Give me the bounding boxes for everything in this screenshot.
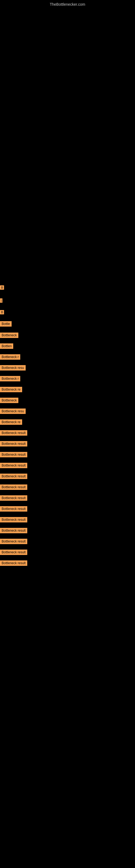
bottleneck-badge: Bottleneck re <box>0 420 22 425</box>
list-item: Bottleneck result <box>0 550 135 555</box>
list-item: Bottleneck r <box>0 354 135 360</box>
list-item: Bottleneck resu <box>0 365 135 371</box>
bottleneck-badge: Bottleneck result <box>0 495 27 501</box>
bottleneck-badge: Bottlen <box>0 343 13 349</box>
list-item: Bottleneck result <box>0 539 135 544</box>
bottleneck-badge: B <box>0 285 4 290</box>
bottleneck-badge: Bottleneck result <box>0 517 27 522</box>
list-item: Bottleneck result <box>0 463 135 468</box>
list-item: Bottleneck r <box>0 376 135 381</box>
list-item: Bottleneck result <box>0 474 135 479</box>
list-item: Bottleneck result <box>0 528 135 533</box>
bottleneck-badge: Bottleneck result <box>0 560 27 566</box>
list-item: Bottleneck re <box>0 387 135 392</box>
list-item: Bottle <box>0 321 135 327</box>
bottleneck-badge: Bottleneck result <box>0 550 27 555</box>
bottleneck-badge: Bottleneck result <box>0 474 27 479</box>
bottleneck-badge: Bottleneck resu <box>0 408 26 414</box>
bottleneck-badge: Bottleneck <box>0 398 18 403</box>
list-item: B <box>0 310 135 314</box>
list-item: Bottleneck <box>0 398 135 403</box>
list-item: Bottlen <box>0 343 135 349</box>
list-item: Bottleneck <box>0 333 135 338</box>
bottleneck-badge: Bottleneck result <box>0 463 27 468</box>
list-item: B <box>0 285 135 290</box>
bottleneck-badge: Bottleneck result <box>0 506 27 512</box>
list-item: | <box>0 298 135 303</box>
list-item: Bottleneck re <box>0 420 135 425</box>
site-title: TheBottlenecker.com <box>50 2 85 6</box>
bottleneck-badge: Bottleneck resu <box>0 365 26 371</box>
bottleneck-badge: Bottleneck re <box>0 387 22 392</box>
bottleneck-badge: Bottleneck result <box>0 485 27 490</box>
list-item: Bottleneck result <box>0 441 135 446</box>
bottleneck-badge: Bottleneck <box>0 333 18 338</box>
bottleneck-badge: | <box>0 299 2 303</box>
bottleneck-badge: Bottleneck result <box>0 539 27 544</box>
list-item: Bottleneck result <box>0 506 135 512</box>
list-item: Bottleneck result <box>0 560 135 566</box>
items-container: B | B Bottle Bottleneck Bottlen Bottlene… <box>0 285 135 571</box>
bottleneck-badge: Bottleneck result <box>0 430 27 436</box>
bottleneck-badge: Bottleneck r <box>0 376 20 381</box>
bottleneck-badge: Bottleneck result <box>0 441 27 446</box>
bottleneck-badge: Bottleneck result <box>0 452 27 457</box>
list-item: Bottleneck result <box>0 495 135 501</box>
list-item: Bottleneck result <box>0 517 135 522</box>
bottleneck-badge: Bottleneck r <box>0 354 20 360</box>
bottleneck-badge: B <box>0 310 4 314</box>
list-item: Bottleneck result <box>0 430 135 436</box>
list-item: Bottleneck result <box>0 452 135 457</box>
list-item: Bottleneck resu <box>0 408 135 414</box>
bottleneck-badge: Bottleneck result <box>0 528 27 533</box>
bottleneck-badge: Bottle <box>0 321 12 327</box>
list-item: Bottleneck result <box>0 485 135 490</box>
